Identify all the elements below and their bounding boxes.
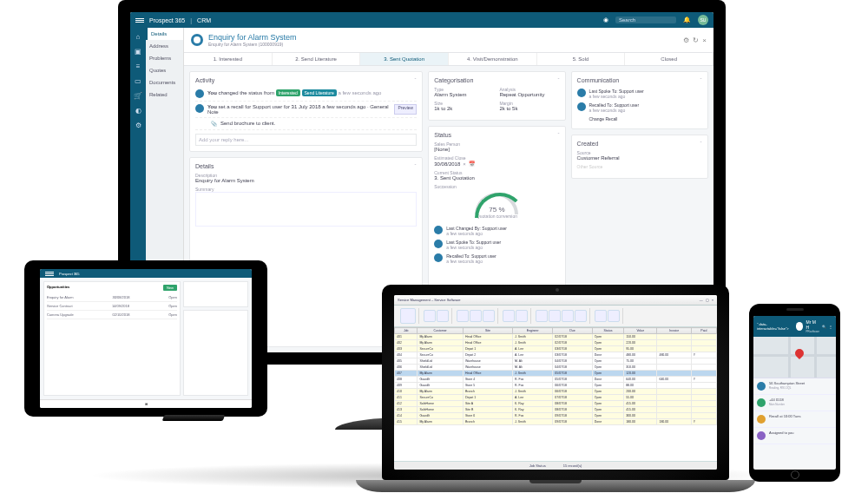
ribbon-icon[interactable] (503, 310, 515, 322)
grid-row[interactable]: 408GuardItStore 4R. Fox05/07/18Done640.0… (395, 377, 717, 383)
tablet-card-title: Opportunities (47, 285, 69, 291)
refresh-icon[interactable]: ↻ (693, 36, 699, 44)
type-select[interactable]: Alarm System (434, 92, 494, 97)
reply-input[interactable]: Add your reply here... (195, 134, 417, 146)
comm-item[interactable]: Recalled To: Support usera few seconds a… (577, 101, 702, 115)
contact-phone-item[interactable]: +44 0118Main Number (753, 395, 836, 411)
grid-column-header[interactable]: Due (553, 328, 592, 334)
tablet-row[interactable]: Camera Upgrade02/10/2018Open (47, 311, 177, 319)
estimated-close-date[interactable]: 30/08/2018 (434, 161, 460, 167)
tablet-row[interactable]: Enquiry for Alarm30/08/2018Open (47, 293, 177, 302)
ribbon-icon[interactable] (424, 310, 436, 322)
ribbon-icon[interactable] (400, 308, 416, 324)
grid-column-header[interactable]: Engineer (513, 328, 553, 334)
ribbon-icon[interactable] (575, 310, 587, 322)
grid-row[interactable]: 410My AlarmBranchJ. Smith06/07/18Open200… (395, 389, 717, 395)
headset-icon[interactable]: ◐ (135, 107, 141, 115)
ribbon-icon[interactable] (536, 310, 548, 322)
ribbon-icon[interactable] (470, 310, 482, 322)
window-min-icon[interactable]: — (700, 298, 703, 302)
home-icon[interactable]: ⌂ (136, 33, 141, 41)
clear-date-icon[interactable]: × (463, 161, 466, 167)
grid-column-header[interactable]: Job (395, 328, 418, 334)
change-recall-link[interactable]: Change Recall (577, 115, 702, 123)
windows-logo-icon[interactable]: ⊞ (40, 399, 252, 408)
hamburger-icon[interactable] (45, 272, 54, 276)
cart-icon[interactable]: 🛒 (134, 92, 142, 100)
contact-map[interactable] (753, 337, 836, 378)
stage-3[interactable]: 3. Sent Quotation (360, 53, 449, 65)
grid-row[interactable]: 411SecureCoDepot 1A. Lee07/07/18Open55.0… (395, 395, 717, 401)
tablet-row[interactable]: Service Contract14/09/2018Open (47, 302, 177, 311)
notification-bell-icon[interactable]: 🔔 (683, 16, 691, 23)
phone-home-button[interactable] (791, 470, 799, 479)
grid-column-header[interactable]: Customer (418, 328, 464, 334)
phone-search-icon[interactable]: 🔍 (822, 325, 826, 329)
help-icon[interactable]: ◉ (603, 16, 608, 23)
stage-2[interactable]: 2. Send Literature (273, 53, 361, 65)
preview-button[interactable]: Preview (394, 104, 417, 115)
list-icon[interactable]: ≡ (136, 62, 141, 70)
grid-column-header[interactable]: Paid (691, 328, 716, 334)
analysis-select[interactable]: Repeat Opportunity (499, 92, 559, 97)
stage-closed[interactable]: Closed (625, 53, 713, 65)
stage-5[interactable]: 5. Sold (537, 53, 626, 65)
doc-icon[interactable]: ▭ (135, 77, 141, 85)
building-icon[interactable]: ▣ (135, 48, 141, 56)
close-icon[interactable]: × (702, 36, 707, 44)
contact-assign-item[interactable]: Assigned to you (753, 428, 836, 444)
sidebar-item-related[interactable]: Related (146, 89, 183, 101)
stage-1[interactable]: 1. Interested (184, 53, 273, 65)
ribbon-icon[interactable] (595, 310, 607, 322)
stage-4[interactable]: 4. Visit/Demonstration (449, 53, 537, 65)
size-select[interactable]: 1k to 2k (434, 106, 494, 111)
settings-icon[interactable]: ⚙ (683, 36, 689, 44)
window-max-icon[interactable]: ▢ (706, 298, 709, 302)
ribbon-icon[interactable] (608, 310, 620, 322)
grid-row[interactable]: 404SecureCoDepot 2A. Lee03/07/18Done480.… (395, 352, 717, 358)
tablet-new-button[interactable]: New (163, 285, 177, 291)
grid-column-header[interactable]: Value (624, 328, 657, 334)
source-select[interactable]: Customer Referral (577, 155, 702, 161)
ribbon-icon[interactable] (516, 310, 528, 322)
grid-row[interactable]: 412SafeHomeSite AK. Ray08/07/18Open415.0… (395, 401, 717, 407)
summary-textarea[interactable] (195, 192, 417, 227)
laptop-data-grid[interactable]: JobCustomerSiteEngineerDueStatusValueInv… (394, 327, 717, 461)
calendar-icon[interactable]: 📅 (469, 161, 475, 167)
hamburger-icon[interactable] (135, 18, 144, 23)
grid-row[interactable]: 405ShieldLtdWarehouseM. Ali04/07/18Open7… (395, 358, 717, 365)
grid-row[interactable]: 401My AlarmHead OfficeJ. Smith02/07/18Op… (395, 334, 717, 340)
user-avatar[interactable]: SU (698, 15, 708, 25)
description-value[interactable]: Enquiry for Alarm System (195, 178, 417, 183)
grid-row[interactable]: 407My AlarmHead OfficeJ. Smith05/07/18Op… (395, 371, 717, 377)
sidebar-item-address[interactable]: Address (146, 40, 183, 52)
contact-recall-item[interactable]: Recall at 10:00 Tues (753, 411, 836, 428)
sidebar-item-quotes[interactable]: Quotes (146, 64, 183, 76)
grid-column-header[interactable]: Status (592, 328, 623, 334)
grid-row[interactable]: 403SecureCoDepot 1A. Lee03/07/18Open95.0… (395, 346, 717, 352)
grid-row[interactable]: 414GuardItStore 6R. Fox09/07/18Open300.0… (395, 413, 717, 419)
ribbon-icon[interactable] (562, 310, 574, 322)
grid-column-header[interactable]: Site (463, 328, 512, 334)
sidebar-item-details[interactable]: Details (146, 28, 183, 40)
ribbon-icon[interactable] (483, 310, 495, 322)
global-search-input[interactable]: Search (615, 16, 676, 23)
sidebar-item-problems[interactable]: Problems (146, 52, 183, 64)
grid-row[interactable]: 409GuardItStore 5R. Fox06/07/18Open88.00 (395, 383, 717, 389)
ribbon-icon[interactable] (549, 310, 561, 322)
comm-item[interactable]: Last Spoke To: Support usera few seconds… (577, 87, 702, 101)
sidebar-item-documents[interactable]: Documents (146, 76, 183, 89)
grid-row[interactable]: 406ShieldLtdWarehouseM. Ali04/07/18Open3… (395, 365, 717, 371)
contact-address-item[interactable]: 56 Southampton StreetReading, RG1 2QL (753, 378, 836, 395)
sales-person-select[interactable]: [None] (434, 147, 559, 152)
grid-row[interactable]: 402My AlarmHead OfficeJ. Smith02/07/18Op… (395, 340, 717, 346)
margin-select[interactable]: 2k to 5k (499, 106, 559, 111)
gear-icon[interactable]: ⚙ (135, 122, 141, 129)
grid-row[interactable]: 415My AlarmBranchJ. Smith09/07/18Done180… (395, 419, 717, 425)
window-close-icon[interactable]: × (712, 298, 713, 302)
grid-column-header[interactable]: Invoice (657, 328, 691, 334)
phone-menu-icon[interactable]: ⋮ (829, 325, 832, 329)
ribbon-icon[interactable] (437, 310, 449, 322)
grid-row[interactable]: 413SafeHomeSite BK. Ray08/07/18Open415.0… (395, 407, 717, 413)
ribbon-icon[interactable] (457, 310, 469, 322)
